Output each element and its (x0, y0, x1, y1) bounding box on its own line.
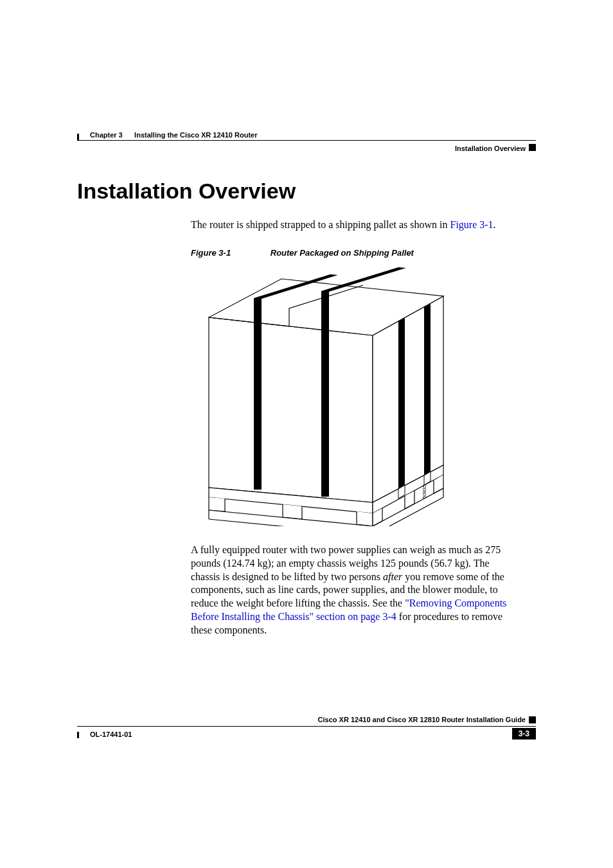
section-header: Installation Overview (455, 145, 526, 152)
intro-paragraph: The router is shipped strapped to a ship… (191, 218, 510, 232)
body-italic: after (383, 571, 402, 582)
figure-caption: Figure 3-1 Router Packaged on Shipping P… (191, 248, 414, 258)
figure-number: Figure 3-1 (191, 248, 231, 258)
intro-text-2: . (493, 219, 496, 230)
svg-rect-0 (254, 298, 262, 490)
header-tick-left (77, 134, 79, 140)
chapter-title: Installing the Cisco XR 12410 Router (134, 131, 257, 139)
footer-guide-title: Cisco XR 12410 and Cisco XR 12810 Router… (318, 716, 526, 723)
footer-marker-icon (529, 716, 536, 723)
figure-drawing-id: 50835 (422, 484, 427, 499)
chapter-number: Chapter 3 (90, 131, 123, 139)
pallet-box-svg (206, 260, 450, 526)
figure-pallet-illustration: 50835 (206, 260, 450, 526)
figure-reference-link[interactable]: Figure 3-1 (450, 219, 493, 230)
footer-tick-left (77, 732, 79, 738)
footer-divider (77, 726, 536, 727)
page-container: Chapter 3 Installing the Cisco XR 12410 … (0, 0, 613, 868)
header-marker-icon (529, 144, 536, 151)
document-number: OL-17441-01 (90, 731, 132, 738)
page-number: 3-3 (512, 728, 536, 740)
header-divider (77, 140, 536, 141)
intro-text-1: The router is shipped strapped to a ship… (191, 219, 450, 230)
page-title: Installation Overview (77, 179, 296, 204)
chapter-header: Chapter 3 Installing the Cisco XR 12410 … (90, 131, 257, 139)
body-paragraph: A fully equipped router with two power s… (191, 544, 510, 637)
figure-title: Router Packaged on Shipping Pallet (271, 248, 414, 258)
